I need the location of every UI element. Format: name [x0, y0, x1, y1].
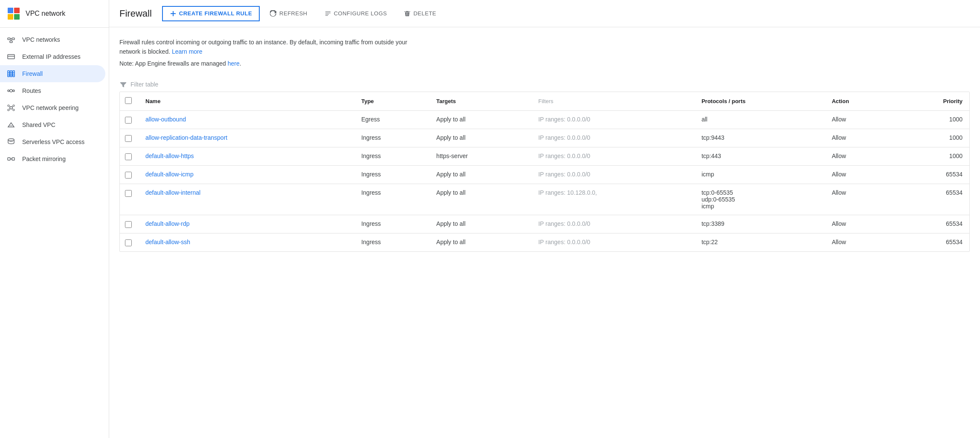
row-name-link[interactable]: default-allow-https — [145, 153, 194, 159]
sidebar-item-external-ip[interactable]: External IP addresses — [0, 48, 105, 65]
configure-logs-button[interactable]: CONFIGURE LOGS — [318, 7, 394, 20]
filter-icon — [119, 81, 127, 88]
col-priority: Priority — [895, 92, 969, 111]
sidebar-header: VPC network — [0, 0, 109, 28]
row-targets: Apply to all — [429, 184, 531, 215]
sidebar-nav: VPC networks External IP addresses — [0, 28, 109, 171]
filter-bar[interactable]: Filter table — [119, 77, 970, 92]
svg-rect-7 — [8, 71, 9, 77]
col-action: Action — [825, 92, 895, 111]
table-row: default-allow-rdpIngressApply to allIP r… — [120, 215, 969, 233]
note-text: Note: App Engine firewalls are managed h… — [119, 60, 970, 67]
row-action: Allow — [825, 215, 895, 233]
row-action: Allow — [825, 129, 895, 147]
row-name-link[interactable]: allow-replication-data-transport — [145, 134, 227, 141]
row-checkbox-1[interactable] — [125, 135, 132, 142]
row-type: Ingress — [354, 165, 429, 184]
svg-point-24 — [8, 139, 14, 141]
row-checkbox-cell — [120, 165, 139, 184]
sidebar-item-routes-label: Routes — [22, 87, 41, 94]
svg-rect-5 — [8, 55, 14, 59]
row-protocols: icmp — [695, 165, 825, 184]
svg-point-14 — [10, 107, 12, 109]
sidebar-item-firewall[interactable]: Firewall — [0, 65, 105, 82]
row-checkbox-cell — [120, 129, 139, 147]
row-checkbox-6[interactable] — [125, 239, 132, 246]
row-protocols: all — [695, 110, 825, 129]
configure-logs-label: CONFIGURE LOGS — [334, 10, 387, 17]
sidebar-item-vpc-peering[interactable]: VPC network peering — [0, 99, 105, 116]
svg-point-13 — [13, 90, 14, 92]
svg-rect-26 — [8, 158, 10, 160]
row-filters: IP ranges: 0.0.0.0/0 — [531, 147, 695, 165]
row-type: Ingress — [354, 129, 429, 147]
row-name: allow-replication-data-transport — [139, 129, 354, 147]
select-all-checkbox[interactable] — [125, 97, 132, 104]
svg-rect-9 — [13, 71, 14, 77]
svg-rect-2 — [10, 41, 12, 43]
row-name: default-allow-internal — [139, 184, 354, 215]
topbar: Firewall CREATE FIREWALL RULE REFRESH — [109, 0, 980, 27]
row-checkbox-4[interactable] — [125, 190, 132, 197]
refresh-label: REFRESH — [279, 10, 307, 17]
svg-point-12 — [8, 90, 9, 92]
row-type: Ingress — [354, 215, 429, 233]
shared-vpc-icon — [7, 121, 15, 129]
sidebar-item-shared-vpc[interactable]: Shared VPC — [0, 116, 105, 133]
row-priority: 65534 — [895, 165, 969, 184]
row-protocols: tcp:22 — [695, 233, 825, 251]
row-filters: IP ranges: 0.0.0.0/0 — [531, 165, 695, 184]
row-targets: Apply to all — [429, 233, 531, 251]
row-action: Allow — [825, 233, 895, 251]
svg-point-17 — [8, 109, 9, 111]
row-checkbox-2[interactable] — [125, 153, 132, 160]
row-targets: Apply to all — [429, 129, 531, 147]
learn-more-link[interactable]: Learn more — [172, 48, 203, 55]
sidebar-item-packet-mirroring-label: Packet mirroring — [22, 156, 66, 162]
sidebar-item-vpc-networks-label: VPC networks — [22, 36, 60, 43]
sidebar-item-vpc-networks[interactable]: VPC networks — [0, 31, 105, 48]
row-name: default-allow-rdp — [139, 215, 354, 233]
sidebar-item-routes[interactable]: Routes — [0, 82, 105, 99]
vpc-peering-icon — [7, 104, 15, 112]
row-filters: IP ranges: 0.0.0.0/0 — [531, 215, 695, 233]
row-priority: 1000 — [895, 110, 969, 129]
row-priority: 65534 — [895, 184, 969, 215]
refresh-button[interactable]: REFRESH — [263, 7, 314, 20]
external-ip-icon — [7, 52, 15, 61]
row-checkbox-3[interactable] — [125, 172, 132, 179]
row-checkbox-0[interactable] — [125, 117, 132, 124]
row-checkbox-cell — [120, 110, 139, 129]
col-targets: Targets — [429, 92, 531, 111]
firewall-table: Name Type Targets Filters Protocols / po… — [119, 92, 970, 252]
svg-point-15 — [8, 105, 9, 107]
row-priority: 1000 — [895, 147, 969, 165]
row-type: Ingress — [354, 147, 429, 165]
row-protocols: tcp:3389 — [695, 215, 825, 233]
row-filters: IP ranges: 0.0.0.0/0 — [531, 233, 695, 251]
sidebar-item-packet-mirroring[interactable]: Packet mirroring — [0, 150, 105, 167]
row-targets: Apply to all — [429, 110, 531, 129]
row-name-link[interactable]: default-allow-icmp — [145, 171, 194, 178]
svg-line-22 — [12, 109, 13, 110]
note-suffix: . — [240, 60, 241, 67]
row-name: default-allow-https — [139, 147, 354, 165]
firewall-icon — [7, 69, 15, 78]
row-name-link[interactable]: allow-outbound — [145, 116, 186, 123]
description-main: Firewall rules control incoming or outgo… — [119, 39, 407, 55]
row-checkbox-5[interactable] — [125, 221, 132, 228]
table-row: default-allow-sshIngressApply to allIP r… — [120, 233, 969, 251]
description-text: Firewall rules control incoming or outgo… — [119, 37, 426, 57]
row-name-link[interactable]: default-allow-rdp — [145, 220, 190, 227]
delete-button[interactable]: DELETE — [397, 7, 443, 20]
sidebar-item-serverless-vpc[interactable]: Serverless VPC access — [0, 133, 105, 150]
row-type: Ingress — [354, 184, 429, 215]
here-link[interactable]: here — [228, 60, 240, 67]
row-name-link[interactable]: default-allow-ssh — [145, 239, 190, 245]
row-name-link[interactable]: default-allow-internal — [145, 189, 200, 196]
row-name: allow-outbound — [139, 110, 354, 129]
sidebar-item-serverless-vpc-label: Serverless VPC access — [22, 138, 84, 145]
note-prefix: Note: App Engine firewalls are managed — [119, 60, 228, 67]
create-firewall-rule-button[interactable]: CREATE FIREWALL RULE — [162, 6, 260, 21]
packet-mirroring-icon — [7, 155, 15, 163]
